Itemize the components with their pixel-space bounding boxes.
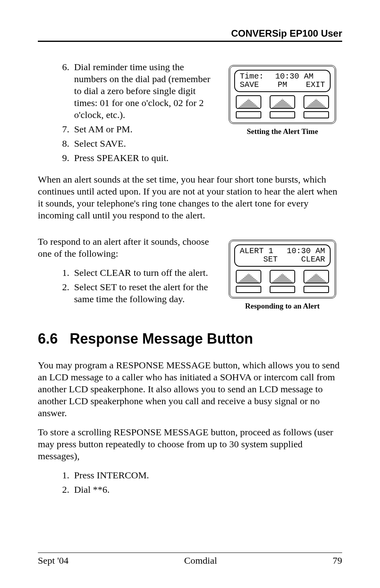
softkey-icon xyxy=(236,270,261,283)
list-item: Select SAVE. xyxy=(72,138,211,149)
section-number: 6.6 xyxy=(38,330,58,347)
phone-device: Time: 10:30 AM SAVE PM EXIT xyxy=(229,65,336,124)
softkey-icon xyxy=(304,95,329,109)
lcd-text: Time: xyxy=(240,72,264,81)
text: Press INTERCOM. xyxy=(74,470,149,480)
page-header: CONVERSip EP100 User xyxy=(38,28,342,42)
button-icon xyxy=(236,111,261,118)
softkey-icon xyxy=(304,270,329,283)
button-icon xyxy=(304,286,329,293)
step-list-2: Select CLEAR to turn off the alert. Sele… xyxy=(60,267,211,305)
figure-caption: Setting the Alert Time xyxy=(223,127,342,136)
list-item: Set AM or PM. xyxy=(72,123,211,135)
list-item: Select SET to reset the alert for the sa… xyxy=(72,281,211,305)
list-item: Dial reminder time using the numbers on … xyxy=(72,61,211,121)
page-footer: Sept '04 Comdial 79 xyxy=(38,553,342,566)
list-item: Dial **6. xyxy=(72,484,342,496)
list-item: Press INTERCOM. xyxy=(72,469,342,481)
step-list-3: Press INTERCOM. Dial **6. xyxy=(60,469,342,496)
button-icon xyxy=(270,286,295,293)
softkey-icon xyxy=(270,95,295,109)
lcd-screen: ALERT 1 10:30 AM SET CLEAR xyxy=(234,244,331,267)
lcd-text: CLEAR xyxy=(301,255,325,264)
lcd-text: 10:30 AM xyxy=(287,247,325,255)
body-paragraph: When an alert sounds at the set time, yo… xyxy=(38,173,342,221)
text: Set AM or PM. xyxy=(74,124,133,134)
lcd-text: SET xyxy=(263,255,278,264)
text: Select SET to reset the alert for the sa… xyxy=(74,282,208,304)
footer-right: 79 xyxy=(333,555,342,566)
lcd-text: ALERT 1 xyxy=(240,247,273,255)
lcd-screen: Time: 10:30 AM SAVE PM EXIT xyxy=(234,70,331,92)
list-item: Press SPEAKER to quit. xyxy=(72,152,211,164)
figure-caption: Responding to an Alert xyxy=(223,302,342,311)
button-icon xyxy=(304,111,329,118)
section-heading: 6.6Response Message Button xyxy=(38,330,342,347)
body-paragraph: You may program a RESPONSE MESSAGE butto… xyxy=(38,359,342,419)
softkey-icon xyxy=(270,270,295,283)
text: Press SPEAKER to quit. xyxy=(74,153,168,163)
lcd-text: SAVE xyxy=(240,81,259,89)
header-title: CONVERSip EP100 User xyxy=(38,28,342,39)
button-icon xyxy=(270,111,295,118)
figure-respond-alert: ALERT 1 10:30 AM SET CLEAR xyxy=(223,240,342,311)
footer-left: Sept '04 xyxy=(38,555,69,566)
text: Dial **6. xyxy=(74,484,110,495)
body-paragraph: To respond to an alert after it sounds, … xyxy=(38,236,211,260)
softkey-icon xyxy=(236,95,261,109)
step-list-1: Dial reminder time using the numbers on … xyxy=(60,61,211,164)
phone-device: ALERT 1 10:30 AM SET CLEAR xyxy=(229,240,336,299)
body-paragraph: To store a scrolling RESPONSE MESSAGE bu… xyxy=(38,426,342,462)
text: Select CLEAR to turn off the alert. xyxy=(74,267,208,278)
figure-alert-time: Time: 10:30 AM SAVE PM EXIT xyxy=(223,65,342,166)
lcd-text: PM xyxy=(278,81,287,89)
lcd-text: 10:30 AM xyxy=(275,72,313,81)
list-item: Select CLEAR to turn off the alert. xyxy=(72,267,211,279)
text: Dial reminder time using the numbers on … xyxy=(74,62,210,120)
lcd-text: EXIT xyxy=(306,81,325,89)
section-title: Response Message Button xyxy=(70,330,253,347)
button-icon xyxy=(236,286,261,293)
footer-center: Comdial xyxy=(184,555,217,566)
text: Select SAVE. xyxy=(74,138,126,149)
